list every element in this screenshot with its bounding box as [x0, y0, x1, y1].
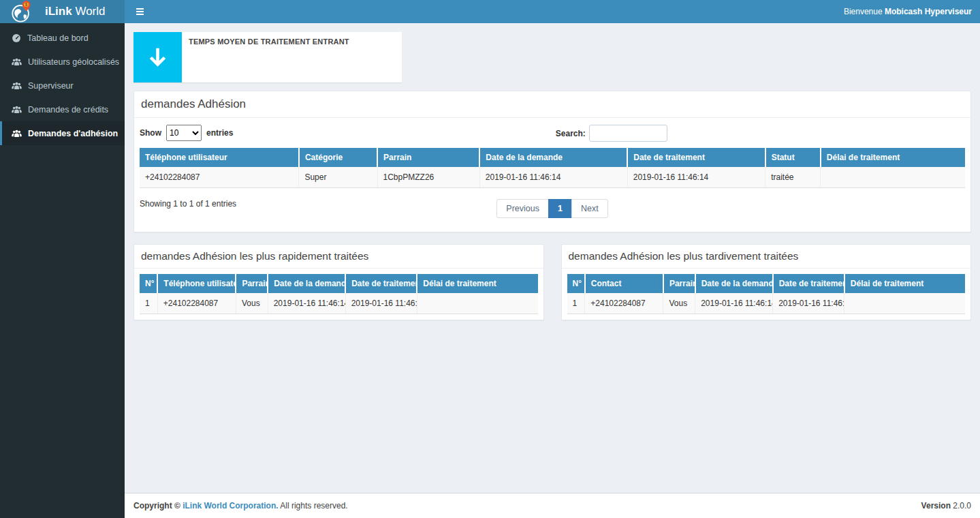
hamburger-icon: [136, 8, 144, 10]
column-header: N°: [567, 274, 585, 293]
column-header: Date de traitement: [345, 274, 417, 293]
cell-parrain: Vous: [236, 293, 268, 314]
column-header: Délai de traitement: [844, 274, 965, 293]
cell-numero: 1: [567, 293, 585, 314]
down-arrow-icon: [146, 46, 169, 69]
users-icon: [12, 130, 22, 138]
column-header: Date de la demande: [268, 274, 345, 293]
table-row: +24102284087 Super 1CbpPMZZ26 2019-01-16…: [140, 167, 965, 188]
sidebar-item-demandes-de-credits[interactable]: Demandes de crédits: [0, 97, 125, 121]
cell-parrain: Vous: [663, 293, 695, 314]
column-header[interactable]: Parrain: [377, 148, 479, 167]
table-search-control: Search:: [556, 125, 667, 142]
column-header[interactable]: Téléphone utilisateur: [140, 148, 299, 167]
column-header[interactable]: Catégorie: [299, 148, 377, 167]
table-header-row: N° Téléphone utilisateur Parrain Date de…: [140, 274, 538, 293]
pagination: Previous 1 Next: [140, 199, 965, 218]
version-text: Version 2.0.0: [921, 501, 971, 511]
column-header: Parrain: [236, 274, 268, 293]
table-header-row: Téléphone utilisateur Catégorie Parrain …: [140, 148, 965, 167]
tardivement-traitees-table: N° Contact Parrain Date de la demande Da…: [567, 274, 966, 314]
company-link[interactable]: iLink World Corporation.: [183, 501, 278, 511]
search-label: Search:: [556, 129, 586, 138]
panel-title: demandes Adhésion: [134, 91, 970, 118]
globe-pin-icon: $: [8, 0, 35, 23]
sidebar-item-label: Demandes d'adhésion: [28, 129, 118, 138]
dashboard-icon: [12, 33, 21, 43]
page-size-select[interactable]: 10: [166, 125, 202, 141]
infobox-temps-moyen: TEMPS MOYEN DE TRAITEMENT ENTRANT: [133, 32, 402, 82]
panel-title: demandes Adhésion les plus rapidement tr…: [134, 245, 543, 269]
column-header[interactable]: Délai de traitement: [821, 148, 965, 167]
sidebar-item-tableau-de-bord[interactable]: Tableau de bord: [0, 26, 125, 50]
column-header[interactable]: Statut: [765, 148, 821, 167]
cell-date-demande: 2019-01-16 11:46:14: [268, 293, 345, 314]
cell-contact: +24102284087: [585, 293, 663, 314]
infobox-icon-block: [133, 32, 182, 82]
cell-date-traitement: 2019-01-16 11:46:14: [627, 167, 765, 188]
pagination-previous-button[interactable]: Previous: [496, 199, 549, 218]
sidebar-item-label: Tableau de bord: [27, 33, 89, 43]
brand-title: iLink World: [45, 5, 105, 18]
sidebar: Tableau de bord Utilisateurs géolocalisé…: [0, 23, 125, 518]
cell-date-demande: 2019-01-16 11:46:14: [695, 293, 773, 314]
cell-telephone: +24102284087: [157, 293, 236, 314]
pagination-page-1-button[interactable]: 1: [548, 199, 572, 218]
sidebar-item-label: Demandes de crédits: [28, 105, 108, 115]
demandes-adhesion-table: Téléphone utilisateur Catégorie Parrain …: [140, 148, 965, 188]
panel-tardivement-traitees: demandes Adhésion les plus tardivement t…: [561, 244, 972, 320]
table-header-row: N° Contact Parrain Date de la demande Da…: [567, 274, 966, 293]
cell-parrain: 1CbpPMZZ26: [377, 167, 479, 188]
pagination-next-button[interactable]: Next: [571, 199, 608, 218]
users-icon: [12, 82, 22, 90]
sidebar-item-superviseur[interactable]: Superviseur: [0, 74, 125, 97]
cell-statut: traitée: [765, 167, 821, 188]
column-header: N°: [140, 274, 157, 293]
table-row: 1 +24102284087 Vous 2019-01-16 11:46:14 …: [140, 293, 538, 314]
rapidement-traitees-table: N° Téléphone utilisateur Parrain Date de…: [140, 274, 538, 314]
column-header: Délai de traitement: [417, 274, 537, 293]
column-header: Date de la demande: [695, 274, 773, 293]
cell-date-traitement: 2019-01-16 11:46:14: [345, 293, 417, 314]
top-bar: $ iLink World Bienvenue Mobicash Hypervi…: [0, 0, 980, 23]
sidebar-item-label: Superviseur: [28, 81, 74, 91]
column-header: Téléphone utilisateur: [157, 274, 236, 293]
content-area: TEMPS MOYEN DE TRAITEMENT ENTRANT demand…: [125, 23, 980, 493]
table-info-text: Showing 1 to 1 of 1 entries: [140, 199, 236, 209]
footer: Copyright © iLink World Corporation. All…: [125, 493, 980, 518]
cell-delai: [821, 167, 965, 188]
search-input[interactable]: [589, 125, 667, 142]
column-header[interactable]: Date de traitement: [627, 148, 765, 167]
column-header: Parrain: [663, 274, 695, 293]
svg-text:$: $: [25, 2, 28, 7]
panel-demandes-adhesion: demandes Adhésion Show 10 entries Search…: [133, 91, 971, 232]
users-icon: [12, 58, 22, 66]
sidebar-item-utilisateurs-geolocalises[interactable]: Utilisateurs géolocalisés: [0, 50, 125, 74]
column-header: Date de traitement: [773, 274, 844, 293]
panel-title: demandes Adhésion les plus tardivement t…: [562, 245, 971, 269]
panel-rapidement-traitees: demandes Adhésion les plus rapidement tr…: [133, 244, 544, 320]
top-navbar: Bienvenue Mobicash Hyperviseur: [125, 0, 980, 23]
sidebar-item-label: Utilisateurs géolocalisés: [28, 57, 119, 67]
entries-label: entries: [206, 128, 233, 138]
sidebar-item-demandes-adhesion[interactable]: Demandes d'adhésion: [0, 121, 125, 145]
column-header: Contact: [585, 274, 663, 293]
column-header[interactable]: Date de la demande: [479, 148, 627, 167]
cell-categorie: Super: [299, 167, 377, 188]
cell-telephone: +24102284087: [140, 167, 299, 188]
table-length-control: Show 10 entries: [140, 125, 233, 141]
welcome-text: Bienvenue Mobicash Hyperviseur: [844, 7, 980, 16]
app-logo[interactable]: $ iLink World: [0, 0, 125, 23]
table-row: 1 +24102284087 Vous 2019-01-16 11:46:14 …: [567, 293, 966, 314]
show-label: Show: [140, 128, 161, 138]
users-icon: [12, 106, 22, 114]
cell-numero: 1: [140, 293, 157, 314]
cell-delai: [844, 293, 965, 314]
cell-delai: [417, 293, 537, 314]
sidebar-toggle-button[interactable]: [125, 0, 155, 23]
infobox-title: TEMPS MOYEN DE TRAITEMENT ENTRANT: [189, 37, 395, 46]
cell-date-traitement: 2019-01-16 11:46:14: [773, 293, 844, 314]
cell-date-demande: 2019-01-16 11:46:14: [479, 167, 627, 188]
copyright-text: Copyright © iLink World Corporation. All…: [133, 501, 348, 511]
